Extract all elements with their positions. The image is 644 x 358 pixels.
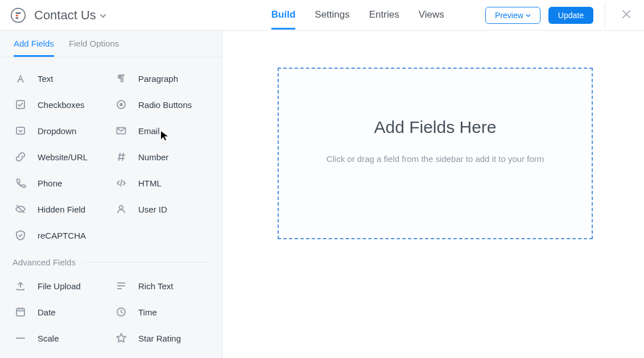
eye-off-icon: [13, 201, 28, 217]
drop-zone[interactable]: Add Fields Here Click or drag a field fr…: [278, 68, 593, 239]
tab-views[interactable]: Views: [419, 1, 444, 30]
close-icon: [621, 9, 631, 19]
field-label: Number: [138, 152, 168, 162]
field-label: Website/URL: [38, 152, 88, 162]
shield-check-icon: [13, 227, 28, 243]
field-label: Text: [38, 74, 53, 84]
field-label: reCAPTCHA: [38, 231, 86, 240]
sidebar-tabs: Add Fields Field Options: [0, 31, 222, 57]
sidebar-tab-add-fields[interactable]: Add Fields: [14, 39, 54, 57]
phone-icon: [13, 175, 28, 191]
advanced-fields-grid: File Upload Rich Text Date: [0, 270, 222, 357]
field-label: Email: [138, 126, 160, 136]
preview-button-label: Preview: [495, 11, 523, 20]
top-bar-actions: Preview Update: [485, 3, 634, 27]
field-star-rating[interactable]: Star Rating: [113, 327, 214, 349]
scale-icon: [13, 330, 28, 346]
drop-zone-title: Add Fields Here: [374, 118, 496, 137]
svg-rect-2: [16, 15, 18, 16]
field-label: Dropdown: [38, 126, 76, 136]
svg-rect-7: [16, 127, 24, 134]
main-nav: Build Settings Entries Views: [271, 1, 444, 30]
sidebar-tab-field-options[interactable]: Field Options: [69, 39, 119, 57]
drop-zone-help: Click or drag a field from the sidebar t…: [327, 154, 544, 164]
form-name-dropdown[interactable]: Contact Us: [34, 8, 106, 23]
field-label: Date: [38, 307, 56, 317]
rich-text-icon: [113, 278, 129, 294]
chevron-down-icon: [526, 11, 531, 20]
field-phone[interactable]: Phone: [13, 172, 113, 194]
radio-icon: [113, 97, 129, 113]
field-label: File Upload: [38, 281, 81, 291]
dropdown-icon: [13, 123, 28, 139]
field-label: Rich Text: [138, 281, 173, 291]
field-dropdown[interactable]: Dropdown: [13, 120, 113, 141]
field-list[interactable]: Text Paragraph Checkboxes: [0, 57, 222, 358]
link-icon: [13, 149, 28, 165]
field-label: Hidden Field: [38, 205, 85, 214]
tab-settings[interactable]: Settings: [315, 1, 349, 30]
upload-icon: [13, 278, 28, 294]
field-date[interactable]: Date: [13, 301, 113, 323]
svg-rect-3: [16, 17, 18, 19]
field-file-upload[interactable]: File Upload: [13, 275, 113, 297]
update-button[interactable]: Update: [548, 7, 593, 24]
field-label: Checkboxes: [38, 100, 85, 110]
checkbox-icon: [13, 97, 28, 113]
field-html[interactable]: HTML: [113, 172, 214, 194]
field-label: Paragraph: [138, 74, 178, 84]
close-button[interactable]: [617, 7, 634, 24]
tab-build[interactable]: Build: [271, 1, 296, 30]
field-label: Scale: [38, 334, 59, 343]
email-icon: [113, 123, 129, 139]
field-text[interactable]: Text: [13, 68, 113, 89]
field-label: HTML: [138, 178, 162, 188]
field-label: User ID: [138, 205, 167, 214]
svg-point-6: [119, 103, 123, 106]
field-time[interactable]: Time: [113, 301, 214, 323]
form-canvas: Add Fields Here Click or drag a field fr…: [222, 31, 644, 358]
field-checkboxes[interactable]: Checkboxes: [13, 94, 113, 115]
code-icon: [113, 175, 129, 191]
user-icon: [113, 201, 129, 217]
field-email[interactable]: Email: [113, 120, 214, 141]
svg-rect-1: [16, 12, 21, 14]
field-paragraph[interactable]: Paragraph: [113, 68, 214, 89]
tab-entries[interactable]: Entries: [369, 1, 399, 30]
form-name-label: Contact Us: [34, 8, 96, 23]
svg-rect-10: [16, 309, 24, 316]
chevron-down-icon: [100, 8, 106, 23]
clock-icon: [113, 304, 129, 320]
field-number[interactable]: Number: [113, 146, 214, 168]
app-logo-icon: [10, 7, 26, 23]
top-bar: Contact Us Build Settings Entries Views …: [0, 0, 644, 31]
advanced-fields-heading: Advanced Fields: [0, 254, 222, 270]
divider: [84, 262, 209, 263]
preview-button[interactable]: Preview: [485, 7, 540, 24]
text-icon: [13, 70, 28, 86]
star-icon: [113, 330, 129, 346]
field-label: Phone: [38, 178, 62, 188]
svg-point-9: [119, 206, 123, 209]
section-label: Advanced Fields: [13, 257, 76, 267]
field-label: Star Rating: [138, 334, 181, 343]
paragraph-icon: [113, 70, 129, 86]
field-label: Radio Buttons: [138, 100, 192, 110]
field-userid[interactable]: User ID: [113, 198, 214, 220]
field-scale[interactable]: Scale: [13, 327, 113, 349]
sidebar: Add Fields Field Options Text Paragraph: [0, 31, 222, 358]
field-recaptcha[interactable]: reCAPTCHA: [13, 224, 113, 246]
basic-fields-grid: Text Paragraph Checkboxes: [0, 63, 222, 254]
field-hidden[interactable]: Hidden Field: [13, 198, 113, 220]
hash-icon: [113, 149, 129, 165]
field-rich-text[interactable]: Rich Text: [113, 275, 214, 297]
main-area: Add Fields Field Options Text Paragraph: [0, 31, 644, 358]
field-url[interactable]: Website/URL: [13, 146, 113, 168]
separator: [605, 3, 605, 27]
field-radio[interactable]: Radio Buttons: [113, 94, 214, 115]
field-label: Time: [138, 307, 157, 317]
calendar-icon: [13, 304, 28, 320]
